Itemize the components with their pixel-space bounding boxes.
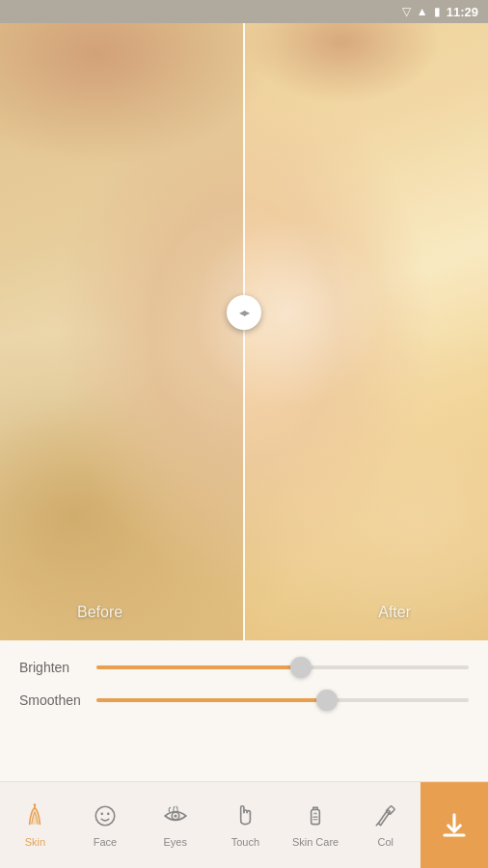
skincare-icon	[303, 803, 328, 832]
time-display: 11:29	[447, 5, 478, 19]
smoothen-slider-row: Smoothen	[19, 692, 469, 708]
svg-point-2	[95, 806, 115, 826]
touch-icon	[232, 803, 258, 832]
smoothen-slider[interactable]	[96, 698, 469, 702]
signal-icon: ▲	[417, 5, 428, 18]
skincare-label: Skin Care	[292, 836, 339, 848]
svg-point-3	[100, 812, 103, 815]
skin-icon	[22, 803, 47, 832]
brighten-label: Brighten	[19, 660, 96, 675]
bottom-navigation: Skin Face Eyes	[0, 781, 488, 868]
face-glow-effect	[193, 216, 386, 409]
after-label: After	[378, 604, 411, 621]
comparison-divider-line	[243, 23, 245, 640]
controls-area: Brighten Smoothen	[0, 640, 488, 781]
download-button[interactable]	[420, 782, 488, 868]
nav-item-eyes[interactable]: Eyes	[140, 782, 210, 868]
comparison-divider-handle[interactable]	[227, 295, 261, 330]
col-icon	[373, 803, 398, 832]
nav-item-touch[interactable]: Touch	[210, 782, 281, 868]
eyes-icon	[163, 803, 188, 832]
smoothen-track-fill	[96, 698, 327, 702]
brighten-track-fill	[96, 665, 301, 669]
col-label: Col	[377, 836, 393, 848]
eyes-label: Eyes	[163, 836, 186, 848]
status-bar: ▽ ▲ ▮ 11:29	[0, 0, 488, 23]
wifi-icon: ▽	[402, 5, 411, 18]
smoothen-label: Smoothen	[19, 692, 96, 708]
battery-icon: ▮	[434, 5, 441, 18]
nav-item-col[interactable]: Col	[350, 782, 420, 868]
brighten-slider[interactable]	[96, 665, 469, 669]
brighten-thumb[interactable]	[290, 657, 312, 678]
nav-item-face[interactable]: Face	[70, 782, 141, 868]
skin-label: Skin	[25, 836, 45, 848]
svg-rect-10	[386, 805, 394, 814]
smoothen-thumb[interactable]	[316, 690, 338, 711]
touch-label: Touch	[231, 836, 259, 848]
svg-point-1	[34, 803, 37, 806]
before-label: Before	[77, 604, 122, 621]
svg-point-4	[107, 812, 110, 815]
face-icon	[93, 803, 118, 832]
brighten-slider-row: Brighten	[19, 660, 469, 675]
nav-item-skin[interactable]: Skin	[0, 782, 70, 868]
face-label: Face	[94, 836, 117, 848]
nav-item-skincare[interactable]: Skin Care	[281, 782, 351, 868]
svg-line-11	[376, 823, 378, 825]
svg-point-6	[174, 814, 176, 817]
